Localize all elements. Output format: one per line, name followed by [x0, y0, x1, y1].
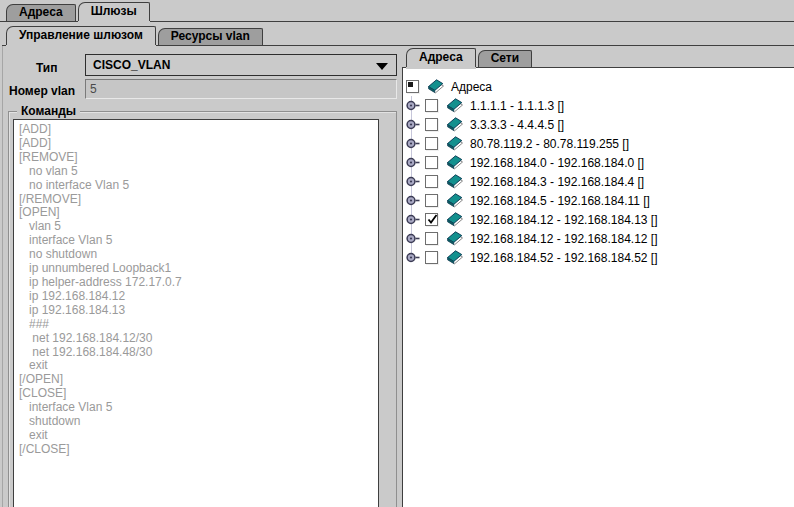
tree-checkbox[interactable]	[425, 194, 438, 207]
tree-expand-handle-icon[interactable]	[405, 194, 421, 207]
book-icon	[427, 79, 445, 94]
book-icon	[446, 250, 464, 265]
book-icon	[446, 212, 464, 227]
type-label: Тип	[36, 61, 58, 75]
content-left-border	[2, 46, 3, 507]
vlan-number-value: 5	[90, 82, 97, 96]
tree-expand-handle-icon[interactable]	[405, 99, 421, 112]
tree-node-label: 3.3.3.3 - 4.4.4.5 []	[470, 118, 564, 132]
tree-node-label: Адреса	[451, 80, 492, 94]
address-tree-panel: Адреса1.1.1.1 - 1.1.1.3 []3.3.3.3 - 4.4.…	[402, 67, 794, 507]
chevron-down-icon	[376, 63, 388, 70]
tab-level1-1[interactable]: Адреса	[6, 4, 76, 21]
main-tab-divider	[0, 21, 794, 22]
gateway-type-select[interactable]: CISCO_VLAN	[85, 54, 397, 76]
tree-checkbox[interactable]	[425, 175, 438, 188]
tab-level1-2[interactable]: Шлюзы	[78, 2, 150, 21]
book-icon	[446, 98, 464, 113]
tree-expand-handle-icon[interactable]	[405, 156, 421, 169]
tree-node-label: 80.78.119.2 - 80.78.119.255 []	[470, 137, 629, 151]
book-icon	[446, 231, 464, 246]
commands-textarea[interactable]: [ADD] [ADD] [REMOVE] no vlan 5 no interf…	[13, 119, 379, 507]
gateway-tab-divider	[2, 45, 794, 46]
gateway-tabstrip: Управление шлюзомРесурсы vlan	[6, 26, 263, 45]
tree-node-label: 1.1.1.1 - 1.1.1.3 []	[470, 99, 564, 113]
tree-node-label: 192.168.184.12 - 192.168.184.12 []	[470, 232, 658, 246]
tree-node-label: 192.168.184.0 - 192.168.184.0 []	[470, 156, 644, 170]
tree-row-5[interactable]: 192.168.184.3 - 192.168.184.4 []	[403, 172, 794, 191]
tree-checkbox[interactable]	[425, 118, 438, 131]
address-tabstrip: АдресаСети	[406, 48, 532, 67]
gateway-type-value: CISCO_VLAN	[93, 58, 170, 72]
tab-address-1[interactable]: Адреса	[406, 48, 476, 67]
tree-expand-handle-icon[interactable]	[405, 137, 421, 150]
commands-text: [ADD] [ADD] [REMOVE] no vlan 5 no interf…	[19, 123, 376, 457]
tree-row-9[interactable]: 192.168.184.52 - 192.168.184.52 []	[403, 248, 794, 267]
vlan-number-label: Номер vlan	[9, 84, 75, 98]
tree-node-label: 192.168.184.12 - 192.168.184.13 []	[470, 213, 658, 227]
gateway-management-window: { "tabs_level1": { "items": [ { "label":…	[0, 0, 794, 507]
tree-row-4[interactable]: 192.168.184.0 - 192.168.184.0 []	[403, 153, 794, 172]
book-icon	[446, 136, 464, 151]
tree-root-row[interactable]: Адреса	[403, 77, 794, 96]
tree-node-label: 192.168.184.52 - 192.168.184.52 []	[470, 251, 658, 265]
tree-checkbox[interactable]	[425, 213, 438, 226]
book-icon	[446, 174, 464, 189]
commands-group-title: Команды	[17, 104, 80, 118]
tree-expand-handle-icon[interactable]	[405, 175, 421, 188]
tree-row-6[interactable]: 192.168.184.5 - 192.168.184.11 []	[403, 191, 794, 210]
tree-row-3[interactable]: 80.78.119.2 - 80.78.119.255 []	[403, 134, 794, 153]
vlan-number-field[interactable]: 5	[85, 79, 397, 99]
tree-expand-handle-icon[interactable]	[405, 118, 421, 131]
tree-row-7[interactable]: 192.168.184.12 - 192.168.184.13 []	[403, 210, 794, 229]
tree-row-8[interactable]: 192.168.184.12 - 192.168.184.12 []	[403, 229, 794, 248]
tab-level2-2[interactable]: Ресурсы vlan	[158, 28, 263, 45]
tree-node-label: 192.168.184.5 - 192.168.184.11 []	[470, 194, 650, 208]
tab-address-2[interactable]: Сети	[478, 50, 532, 67]
main-tabstrip: АдресаШлюзы	[6, 2, 150, 21]
tree-checkbox[interactable]	[425, 232, 438, 245]
tree-row-2[interactable]: 3.3.3.3 - 4.4.4.5 []	[403, 115, 794, 134]
tree-expand-handle-icon[interactable]	[405, 213, 421, 226]
tree-checkbox[interactable]	[406, 80, 419, 93]
book-icon	[446, 155, 464, 170]
tree-checkbox[interactable]	[425, 251, 438, 264]
tree-node-label: 192.168.184.3 - 192.168.184.4 []	[470, 175, 644, 189]
tree-checkbox[interactable]	[425, 137, 438, 150]
tree-row-1[interactable]: 1.1.1.1 - 1.1.1.3 []	[403, 96, 794, 115]
tab-level2-1[interactable]: Управление шлюзом	[6, 26, 156, 45]
tree-expand-handle-icon[interactable]	[405, 251, 421, 264]
book-icon	[446, 117, 464, 132]
tree-expand-handle-icon[interactable]	[405, 232, 421, 245]
tree-checkbox[interactable]	[425, 99, 438, 112]
book-icon	[446, 193, 464, 208]
tree-checkbox[interactable]	[425, 156, 438, 169]
